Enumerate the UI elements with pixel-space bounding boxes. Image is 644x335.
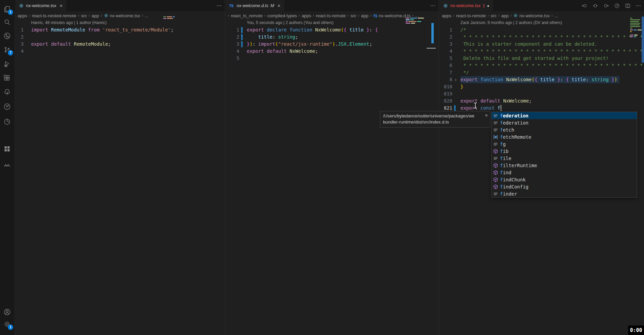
line-number[interactable]: 1 [225,26,239,34]
line-number[interactable]: 5 [438,55,452,62]
extensions-icon[interactable] [3,74,11,82]
breadcrumb-item-apps[interactable]: apps [442,13,451,18]
breadcrumb-item-apps[interactable]: apps [18,13,27,18]
codelens-blame[interactable]: Hanric, 48 minutes ago | 1 author (Hanri… [31,20,106,26]
history-circle-icon[interactable] [3,103,11,111]
line-number[interactable]: 6 [438,62,452,69]
line-number[interactable]: 2 [225,34,239,41]
codelens-blame[interactable]: You, 5 seconds ago | 2 authors (You and … [247,20,333,26]
suggestion-federation[interactable]: federation [492,119,637,126]
code-line[interactable]: 4 * * * * * * * * * * * * * * * * * * * … [438,48,644,55]
suggestion-federation[interactable]: federation [492,112,637,119]
code-line[interactable]: 818} [438,83,644,90]
line-number[interactable]: 4 [225,48,239,55]
breadcrumb-item-app[interactable]: app [92,13,99,18]
hexagon-tool-icon[interactable] [3,118,11,126]
code-editor[interactable]: 1/*2 * * * * * * * * * * * * * * * * * *… [438,26,644,112]
code-line[interactable]: 2 title: string; [225,34,438,41]
code-line[interactable]: 821export const f [438,105,644,112]
suggestion-fetchRemote[interactable]: fetchRemote [492,133,637,140]
line-number[interactable]: 1 [14,26,24,34]
breadcrumb-item-nx-welcome.tsx[interactable]: nx-welcome.tsx [513,13,550,18]
line-number[interactable]: 5 [225,55,239,62]
line-number[interactable]: 3 [225,41,239,48]
breadcrumb-item-src[interactable]: src [491,13,496,18]
suggestion-findConfig[interactable]: findConfig [492,183,637,190]
breadcrumb-item-...[interactable]: ... [145,13,148,18]
code-line[interactable]: 5 [225,55,438,62]
group-divider[interactable] [438,0,439,335]
breadcrumb-item-app[interactable]: app [501,13,509,18]
suggestion-file[interactable]: file [492,155,637,162]
split-editor-icon[interactable] [625,3,631,9]
code-line[interactable]: 820export default NxWelcome; [438,97,644,105]
run-debug-icon[interactable] [3,60,11,68]
line-number[interactable]: 821 [438,105,452,112]
code-line[interactable]: 3 This is a starter component and can be… [438,41,644,48]
code-line[interactable]: 3export default RemoteModule; [14,41,225,48]
line-number[interactable]: 820 [438,97,452,105]
breadcrumb-item-...[interactable]: ... [554,13,558,18]
source-control-icon[interactable]: 7 [3,46,11,54]
test-tree-icon[interactable] [3,88,11,96]
gauge-icon[interactable] [614,3,620,9]
code-line[interactable]: 4 [14,48,225,55]
breadcrumb-item-reacttsremote[interactable]: react_ts_remote [231,13,263,18]
breadcrumb-item-src[interactable]: src [351,13,356,18]
line-number[interactable]: 3 [14,41,24,48]
suggestion-find[interactable]: find [492,169,637,176]
code-editor[interactable]: 1export declare function NxWelcome({ tit… [225,26,438,62]
code-line[interactable]: 6 * * * * * * * * * * * * * * * * * * * … [438,62,644,69]
suggestion-findChunk[interactable]: findChunk [492,176,637,183]
close-icon[interactable]: × [485,112,488,118]
line-number[interactable]: 4 [438,48,452,55]
tab-nx-welcome.d.ts[interactable]: TSnx-welcome.d.tsM× [226,0,284,11]
breadcrumb-item-nx-welcome.tsx[interactable]: nx-welcome.tsx [104,13,140,18]
code-line[interactable]: 5 Delete this file and get started with … [438,55,644,62]
close-icon[interactable]: × [60,3,63,8]
dirty-dot-icon[interactable]: ● [487,4,490,8]
breadcrumb-item-compiled-types[interactable]: compiled-types [267,13,297,18]
more-actions-icon[interactable]: ⋯ [430,2,436,9]
code-line[interactable]: 7 */ [438,69,644,76]
suggestion-fetch[interactable]: fetch [492,126,637,133]
breadcrumb-item-react-ts-remote[interactable]: react-ts-remote [456,13,486,18]
line-number[interactable]: 1 [438,26,452,34]
code-editor[interactable]: 1import RemoteModule from 'react_ts_remo… [14,26,225,55]
scrollbar-modified-decoration[interactable] [431,23,434,43]
nx-console-icon[interactable] [3,161,11,169]
suggestion-finder[interactable]: finder [492,190,637,197]
breadcrumb-item-src[interactable]: src [81,13,87,18]
scrollbar-modified-decoration[interactable] [642,17,644,63]
group-divider[interactable] [225,0,225,335]
line-number[interactable]: 2 [438,34,452,41]
code-line[interactable]: 8›export function NxWelcome({ title }: {… [438,76,644,83]
code-line[interactable]: 4export default NxWelcome; [225,48,438,55]
line-number[interactable]: 3 [438,41,452,48]
breadcrumb-item-react-ts-nested-remote[interactable]: react-ts-nested-remote [32,13,76,18]
breadcrumb-item-apps[interactable]: apps [302,13,311,18]
code-line[interactable]: 3}): import("react/jsx-runtime").JSX.Ele… [225,41,438,48]
breadcrumb-item-app[interactable]: app [361,13,368,18]
explorer-icon[interactable]: 1 [3,5,11,13]
more-actions-icon[interactable]: ⋯ [636,2,641,9]
code-line[interactable]: 819 [438,90,644,97]
code-line[interactable]: 2 [14,34,225,41]
line-number[interactable]: 8 [438,76,452,83]
account-icon[interactable] [3,308,11,316]
line-number[interactable]: 7 [438,69,452,76]
code-line[interactable]: 1import RemoteModule from 'react_ts_remo… [14,26,225,34]
tab-nx-welcome.tsx[interactable]: nx-welcome.tsx1● [439,0,493,11]
codelens-blame[interactable]: Zack Jackson, 9 months ago | 2 authors (… [460,20,562,26]
suggestion-filterRuntime[interactable]: filterRuntime [492,162,637,169]
breadcrumb-item-react-ts-remote[interactable]: react-ts-remote [316,13,346,18]
open-change-icon[interactable] [592,3,598,9]
next-change-icon[interactable] [603,3,609,9]
close-icon[interactable]: × [278,3,281,8]
prev-change-icon[interactable] [581,3,588,9]
breadcrumb-item-nx-welcome.d.ts[interactable]: TSnx-welcome.d.ts [373,13,411,18]
search-icon[interactable] [3,18,11,26]
grid-tool-icon[interactable] [3,145,11,153]
overview-cursor-marker[interactable] [427,48,436,49]
code-line[interactable]: 1/* [438,26,644,34]
